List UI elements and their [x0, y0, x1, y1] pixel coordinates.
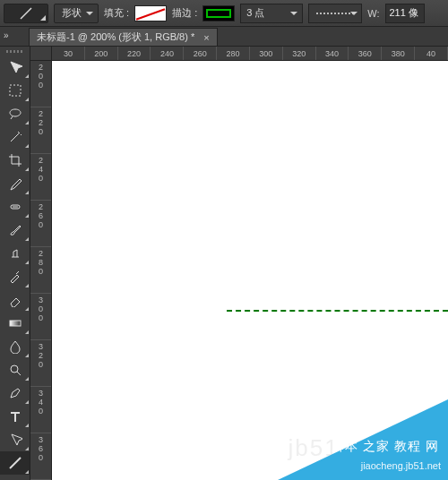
ruler-tick: 2 4 0: [30, 154, 51, 201]
history-brush-tool-icon: [8, 270, 22, 284]
crop-tool[interactable]: [0, 149, 30, 172]
ruler-origin[interactable]: [30, 47, 52, 61]
eyedropper-tool[interactable]: [0, 172, 30, 195]
close-tab-icon[interactable]: ×: [203, 32, 209, 43]
ruler-tick: 2 0 0: [30, 61, 51, 107]
flyout-indicator-icon: [25, 167, 29, 171]
ruler-tick: 3 4 0: [30, 387, 51, 433]
ruler-tick: 280: [217, 47, 250, 60]
eraser-tool-icon: [8, 293, 22, 307]
clone-stamp-tool[interactable]: [0, 242, 30, 265]
lasso-tool-icon: [8, 107, 22, 121]
history-brush-tool[interactable]: [0, 265, 30, 288]
ruler-tick: 2 6 0: [30, 201, 51, 247]
ruler-tick: 340: [316, 47, 349, 60]
tool-mode-label: 形状: [62, 6, 82, 20]
flyout-indicator-icon: [25, 98, 29, 101]
gradient-tool[interactable]: [0, 312, 30, 335]
flyout-indicator-icon: [25, 261, 29, 264]
ruler-tick: 3 6 0: [30, 433, 51, 480]
flyout-indicator-icon: [25, 144, 29, 148]
crop-tool-icon: [8, 153, 22, 167]
flyout-indicator-icon: [25, 74, 29, 78]
line-tool-icon: [19, 6, 33, 21]
eraser-tool[interactable]: [0, 288, 30, 312]
type-tool-icon: [8, 409, 22, 424]
dodge-tool[interactable]: [0, 358, 30, 381]
move-tool[interactable]: [0, 56, 30, 79]
flyout-indicator-icon: [25, 237, 29, 241]
pen-tool-icon: [8, 386, 22, 400]
marquee-tool[interactable]: [0, 79, 30, 102]
shape-dashed-line[interactable]: [227, 310, 448, 312]
ruler-tick: 360: [349, 47, 382, 60]
lasso-tool[interactable]: [0, 102, 30, 125]
ruler-vertical[interactable]: 2 0 02 2 02 4 02 6 02 8 03 0 03 2 03 4 0…: [30, 61, 52, 480]
magic-wand-tool-icon: [8, 130, 22, 144]
stroke-width-dropdown[interactable]: 3 点: [240, 4, 303, 23]
flyout-indicator-icon: [25, 424, 29, 427]
document-area: 3020022024026028030032034036038040 2 0 0…: [30, 47, 448, 480]
ruler-horizontal[interactable]: 3020022024026028030032034036038040: [52, 47, 448, 61]
svg-point-3: [11, 365, 18, 373]
flyout-indicator-icon: [25, 354, 29, 357]
clone-stamp-tool-icon: [8, 246, 22, 261]
options-bar: 形状 填充 : 描边 : 3 点 W:: [0, 0, 448, 27]
fill-label: 填充 :: [104, 6, 129, 20]
path-select-tool[interactable]: [0, 428, 30, 451]
flyout-indicator-icon: [25, 330, 29, 334]
stroke-style-dropdown[interactable]: [308, 4, 362, 23]
gradient-tool-icon: [8, 316, 22, 330]
toolbox-grip[interactable]: [0, 47, 30, 56]
ruler-tick: 200: [85, 47, 118, 60]
ruler-tick: 3 0 0: [30, 294, 51, 340]
eyedropper-tool-icon: [8, 176, 22, 191]
flyout-indicator-icon: [25, 284, 29, 287]
watermark-line2: jiaocheng.jb51.net: [361, 460, 441, 471]
tool-mode-dropdown[interactable]: 形状: [54, 4, 99, 23]
stroke-label: 描边 :: [172, 6, 197, 20]
dashed-line-icon: [316, 13, 354, 14]
flyout-indicator-icon: [25, 447, 29, 450]
marquee-tool-icon: [8, 83, 22, 98]
ruler-tick: 260: [184, 47, 217, 60]
chevron-down-icon: [350, 12, 358, 19]
workspace: 3020022024026028030032034036038040 2 0 0…: [0, 47, 448, 480]
line-tool[interactable]: [0, 451, 30, 475]
brush-tool-icon: [8, 223, 22, 237]
stroke-swatch[interactable]: [202, 5, 235, 21]
watermark-line1: 脚本 之家 教程 网: [332, 439, 439, 455]
ruler-tick: 220: [118, 47, 151, 60]
pen-tool[interactable]: [0, 381, 30, 405]
ruler-tick: 30: [52, 47, 85, 60]
svg-rect-0: [10, 85, 21, 96]
ruler-tick: 300: [250, 47, 283, 60]
healing-brush-tool-icon: [8, 200, 22, 214]
blur-tool-icon: [8, 339, 22, 354]
magic-wand-tool[interactable]: [0, 125, 30, 149]
type-tool[interactable]: [0, 405, 30, 428]
ruler-tick: 2 2 0: [30, 107, 51, 154]
flyout-indicator-icon: [25, 121, 29, 124]
chevron-down-icon: [86, 12, 93, 19]
blur-tool[interactable]: [0, 335, 30, 358]
flyout-indicator-icon: [40, 15, 46, 21]
move-tool-icon: [8, 60, 22, 74]
dodge-tool-icon: [8, 363, 22, 377]
ruler-tick: 3 2 0: [30, 340, 51, 387]
current-tool-chip[interactable]: [4, 4, 48, 23]
flyout-indicator-icon: [25, 307, 29, 311]
canvas[interactable]: jb51.net 脚本 之家 教程 网 jiaocheng.jb51.net: [52, 61, 448, 480]
ruler-tick: 380: [382, 47, 415, 60]
flyout-indicator-icon: [25, 214, 29, 218]
healing-brush-tool[interactable]: [0, 195, 30, 219]
width-label: W:: [367, 8, 379, 19]
fill-swatch[interactable]: [134, 5, 167, 21]
path-select-tool-icon: [8, 433, 22, 447]
document-tab[interactable]: 未标题-1 @ 200% (形状 1, RGB/8) * ×: [29, 28, 218, 46]
expand-panels-icon[interactable]: »: [4, 30, 9, 40]
width-field[interactable]: [385, 4, 425, 23]
document-tab-title: 未标题-1 @ 200% (形状 1, RGB/8) *: [37, 30, 194, 44]
flyout-indicator-icon: [25, 191, 29, 194]
brush-tool[interactable]: [0, 219, 30, 242]
